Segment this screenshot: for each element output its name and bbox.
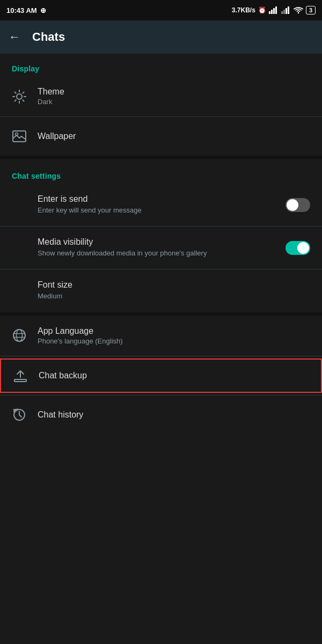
svg-line-14 — [15, 92, 16, 93]
status-icon: ⊕ — [40, 6, 46, 14]
signal-bars — [269, 6, 279, 14]
wifi-icon — [294, 6, 303, 14]
media-visibility-subtitle: Show newly downloaded media in your phon… — [38, 248, 279, 258]
upload-icon — [13, 368, 28, 383]
svg-rect-3 — [275, 6, 277, 14]
enter-is-send-toggle[interactable] — [286, 198, 310, 212]
theme-item[interactable]: Theme Dark — [0, 78, 322, 114]
media-visibility-item[interactable]: Media visibility Show newly downloaded m… — [0, 229, 322, 267]
svg-rect-2 — [273, 8, 275, 14]
display-section-label: Display — [0, 54, 322, 78]
svg-rect-5 — [283, 10, 285, 14]
svg-rect-6 — [286, 8, 287, 14]
enter-is-send-subtitle: Enter key will send your message — [38, 206, 279, 215]
battery-icon: 3 — [306, 6, 316, 14]
svg-rect-24 — [14, 379, 26, 382]
signal-bars-2 — [281, 6, 291, 14]
chat-history-text: Chat history — [38, 410, 310, 420]
toggle-knob-media — [297, 242, 309, 254]
globe-icon — [12, 328, 27, 343]
svg-point-9 — [17, 94, 22, 99]
network-speed: 3.7KB/s — [232, 6, 255, 14]
chat-history-title: Chat history — [38, 410, 310, 420]
chat-backup-item[interactable]: Chat backup — [0, 358, 322, 393]
enter-is-send-item[interactable]: Enter is send Enter key will send your m… — [0, 186, 322, 224]
font-size-subtitle: Medium — [38, 291, 310, 301]
media-visibility-toggle[interactable] — [286, 241, 310, 255]
history-icon — [12, 407, 27, 422]
svg-rect-0 — [269, 11, 270, 14]
theme-icon — [12, 89, 27, 104]
divider-1 — [0, 116, 322, 117]
theme-subtitle: Dark — [38, 98, 310, 106]
settings-content: Display Theme Dark — [0, 54, 322, 432]
media-visibility-text: Media visibility Show newly downloaded m… — [38, 237, 279, 258]
divider-3 — [0, 269, 322, 269]
chat-history-item[interactable]: Chat history — [0, 398, 322, 432]
font-size-title: Font size — [38, 280, 310, 290]
theme-title: Theme — [38, 87, 310, 97]
app-language-text: App Language Phone's language (English) — [38, 326, 310, 345]
page-title: Chats — [32, 30, 65, 44]
svg-rect-7 — [288, 6, 289, 14]
back-button[interactable]: ← — [9, 30, 20, 44]
svg-line-17 — [15, 100, 16, 101]
chat-settings-section-label: Chat settings — [0, 161, 322, 186]
battery-level: 3 — [309, 7, 312, 13]
status-right: 3.7KB/s ⏰ — [232, 6, 316, 14]
wallpaper-title: Wallpaper — [38, 131, 310, 141]
status-bar: 10:43 AM ⊕ 3.7KB/s ⏰ — [0, 0, 322, 20]
divider-4 — [0, 356, 322, 356]
app-language-item[interactable]: App Language Phone's language (English) — [0, 318, 322, 354]
svg-point-20 — [13, 330, 25, 341]
font-size-item[interactable]: Font size Medium — [0, 272, 322, 310]
media-visibility-title: Media visibility — [38, 237, 279, 247]
enter-is-send-text: Enter is send Enter key will send your m… — [38, 194, 279, 215]
toggle-knob-enter — [287, 199, 298, 211]
font-size-text: Font size Medium — [38, 280, 310, 301]
chat-backup-title: Chat backup — [39, 371, 309, 380]
svg-line-15 — [23, 100, 24, 101]
svg-point-21 — [17, 330, 23, 341]
app-language-title: App Language — [38, 326, 310, 336]
section-divider-2 — [0, 312, 322, 316]
wallpaper-item[interactable]: Wallpaper — [0, 119, 322, 153]
svg-line-16 — [23, 92, 24, 93]
wallpaper-icon — [12, 129, 27, 144]
enter-is-send-title: Enter is send — [38, 194, 279, 204]
divider-2 — [0, 226, 322, 226]
chat-backup-text: Chat backup — [39, 371, 309, 380]
section-divider-1 — [0, 156, 322, 159]
divider-5 — [0, 395, 322, 396]
alarm-icon: ⏰ — [258, 6, 266, 14]
svg-point-8 — [298, 12, 299, 14]
app-header: ← Chats — [0, 20, 322, 54]
status-left: 10:43 AM ⊕ — [6, 6, 46, 14]
theme-text: Theme Dark — [38, 87, 310, 106]
wallpaper-text: Wallpaper — [38, 131, 310, 141]
svg-rect-4 — [281, 11, 283, 14]
status-time: 10:43 AM — [6, 6, 37, 14]
app-language-subtitle: Phone's language (English) — [38, 337, 310, 345]
svg-rect-1 — [271, 10, 273, 14]
